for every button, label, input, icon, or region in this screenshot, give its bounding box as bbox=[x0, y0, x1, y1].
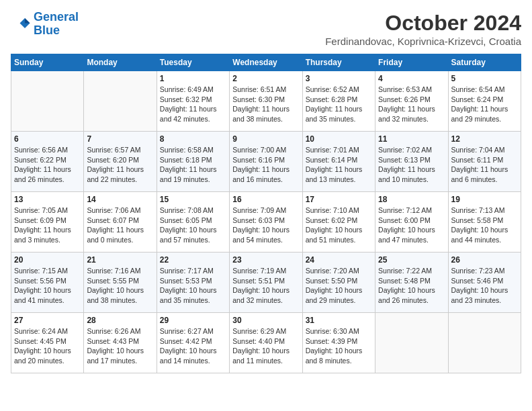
calendar-cell: 2Sunrise: 6:51 AM Sunset: 6:30 PM Daylig… bbox=[230, 71, 302, 132]
calendar-week-2: 6Sunrise: 6:56 AM Sunset: 6:22 PM Daylig… bbox=[11, 132, 521, 192]
calendar-cell: 9Sunrise: 7:00 AM Sunset: 6:16 PM Daylig… bbox=[230, 132, 302, 192]
day-info: Sunrise: 6:54 AM Sunset: 6:24 PM Dayligh… bbox=[451, 85, 518, 124]
day-number: 20 bbox=[14, 255, 81, 265]
calendar-cell: 12Sunrise: 7:04 AM Sunset: 6:11 PM Dayli… bbox=[448, 132, 521, 192]
day-number: 12 bbox=[451, 134, 518, 144]
day-info: Sunrise: 6:57 AM Sunset: 6:20 PM Dayligh… bbox=[87, 145, 153, 185]
day-info: Sunrise: 6:49 AM Sunset: 6:32 PM Dayligh… bbox=[160, 85, 226, 124]
calendar-cell: 19Sunrise: 7:13 AM Sunset: 5:58 PM Dayli… bbox=[448, 192, 521, 253]
calendar-cell: 14Sunrise: 7:06 AM Sunset: 6:07 PM Dayli… bbox=[84, 192, 157, 253]
day-number: 3 bbox=[306, 74, 372, 83]
day-number: 21 bbox=[87, 255, 153, 265]
weekday-header-row: SundayMondayTuesdayWednesdayThursdayFrid… bbox=[11, 54, 521, 71]
calendar-cell: 6Sunrise: 6:56 AM Sunset: 6:22 PM Daylig… bbox=[11, 132, 84, 192]
calendar-cell: 13Sunrise: 7:05 AM Sunset: 6:09 PM Dayli… bbox=[11, 192, 84, 253]
day-info: Sunrise: 6:24 AM Sunset: 4:45 PM Dayligh… bbox=[14, 326, 81, 366]
day-number: 26 bbox=[451, 255, 518, 265]
weekday-header-wednesday: Wednesday bbox=[230, 54, 302, 71]
day-info: Sunrise: 7:13 AM Sunset: 5:58 PM Dayligh… bbox=[451, 205, 518, 245]
calendar-cell: 5Sunrise: 6:54 AM Sunset: 6:24 PM Daylig… bbox=[448, 71, 521, 132]
day-info: Sunrise: 7:22 AM Sunset: 5:48 PM Dayligh… bbox=[378, 266, 445, 306]
day-number: 27 bbox=[14, 316, 81, 325]
day-info: Sunrise: 6:52 AM Sunset: 6:28 PM Dayligh… bbox=[306, 85, 372, 124]
day-info: Sunrise: 7:16 AM Sunset: 5:55 PM Dayligh… bbox=[87, 266, 153, 306]
calendar-cell: 24Sunrise: 7:20 AM Sunset: 5:50 PM Dayli… bbox=[302, 253, 375, 313]
location: Ferdinandovac, Koprivnica-Krizevci, Croa… bbox=[325, 36, 521, 47]
calendar-cell bbox=[375, 313, 448, 373]
day-info: Sunrise: 6:51 AM Sunset: 6:30 PM Dayligh… bbox=[232, 85, 299, 124]
day-info: Sunrise: 7:20 AM Sunset: 5:50 PM Dayligh… bbox=[306, 266, 372, 306]
calendar-cell: 10Sunrise: 7:01 AM Sunset: 6:14 PM Dayli… bbox=[302, 132, 375, 192]
calendar-cell: 26Sunrise: 7:23 AM Sunset: 5:46 PM Dayli… bbox=[448, 253, 521, 313]
day-number: 11 bbox=[378, 134, 445, 144]
calendar-week-4: 20Sunrise: 7:15 AM Sunset: 5:56 PM Dayli… bbox=[11, 253, 521, 313]
calendar-cell: 27Sunrise: 6:24 AM Sunset: 4:45 PM Dayli… bbox=[11, 313, 84, 373]
day-number: 18 bbox=[378, 195, 445, 204]
calendar-cell: 31Sunrise: 6:30 AM Sunset: 4:39 PM Dayli… bbox=[302, 313, 375, 373]
weekday-header-monday: Monday bbox=[84, 54, 157, 71]
day-number: 9 bbox=[232, 134, 299, 144]
day-info: Sunrise: 6:30 AM Sunset: 4:39 PM Dayligh… bbox=[306, 326, 372, 366]
day-number: 28 bbox=[87, 316, 153, 325]
calendar-cell: 4Sunrise: 6:53 AM Sunset: 6:26 PM Daylig… bbox=[375, 71, 448, 132]
calendar-cell: 22Sunrise: 7:17 AM Sunset: 5:53 PM Dayli… bbox=[157, 253, 229, 313]
calendar-cell: 15Sunrise: 7:08 AM Sunset: 6:05 PM Dayli… bbox=[157, 192, 229, 253]
day-number: 8 bbox=[160, 134, 226, 144]
calendar-cell bbox=[448, 313, 521, 373]
day-number: 14 bbox=[87, 195, 153, 204]
day-info: Sunrise: 6:56 AM Sunset: 6:22 PM Dayligh… bbox=[14, 145, 81, 185]
logo-text: General Blue bbox=[34, 11, 79, 38]
calendar-body: 1Sunrise: 6:49 AM Sunset: 6:32 PM Daylig… bbox=[11, 71, 521, 373]
calendar-cell bbox=[11, 71, 84, 132]
day-number: 4 bbox=[378, 74, 445, 83]
day-number: 25 bbox=[378, 255, 445, 265]
calendar-cell: 18Sunrise: 7:12 AM Sunset: 6:00 PM Dayli… bbox=[375, 192, 448, 253]
weekday-header-friday: Friday bbox=[375, 54, 448, 71]
calendar-cell: 30Sunrise: 6:29 AM Sunset: 4:40 PM Dayli… bbox=[230, 313, 302, 373]
title-block: October 2024 Ferdinandovac, Koprivnica-K… bbox=[325, 11, 521, 47]
day-number: 7 bbox=[87, 134, 153, 144]
day-info: Sunrise: 7:12 AM Sunset: 6:00 PM Dayligh… bbox=[378, 205, 445, 245]
day-info: Sunrise: 7:00 AM Sunset: 6:16 PM Dayligh… bbox=[232, 145, 299, 185]
day-number: 29 bbox=[160, 316, 226, 325]
weekday-header-sunday: Sunday bbox=[11, 54, 84, 71]
calendar-cell: 11Sunrise: 7:02 AM Sunset: 6:13 PM Dayli… bbox=[375, 132, 448, 192]
calendar-cell: 21Sunrise: 7:16 AM Sunset: 5:55 PM Dayli… bbox=[84, 253, 157, 313]
calendar-cell: 20Sunrise: 7:15 AM Sunset: 5:56 PM Dayli… bbox=[11, 253, 84, 313]
day-number: 16 bbox=[232, 195, 299, 204]
calendar-cell: 29Sunrise: 6:27 AM Sunset: 4:42 PM Dayli… bbox=[157, 313, 229, 373]
day-info: Sunrise: 7:10 AM Sunset: 6:02 PM Dayligh… bbox=[306, 205, 372, 245]
day-info: Sunrise: 7:01 AM Sunset: 6:14 PM Dayligh… bbox=[306, 145, 372, 185]
calendar-cell: 17Sunrise: 7:10 AM Sunset: 6:02 PM Dayli… bbox=[302, 192, 375, 253]
day-number: 1 bbox=[160, 74, 226, 83]
page-header: General Blue October 2024 Ferdinandovac,… bbox=[11, 11, 521, 47]
calendar-table: SundayMondayTuesdayWednesdayThursdayFrid… bbox=[11, 54, 521, 373]
calendar-cell: 23Sunrise: 7:19 AM Sunset: 5:51 PM Dayli… bbox=[230, 253, 302, 313]
day-info: Sunrise: 7:06 AM Sunset: 6:07 PM Dayligh… bbox=[87, 205, 153, 245]
calendar-week-3: 13Sunrise: 7:05 AM Sunset: 6:09 PM Dayli… bbox=[11, 192, 521, 253]
svg-marker-2 bbox=[25, 18, 30, 24]
day-number: 5 bbox=[451, 74, 518, 83]
day-number: 17 bbox=[306, 195, 372, 204]
day-info: Sunrise: 6:26 AM Sunset: 4:43 PM Dayligh… bbox=[87, 326, 153, 366]
day-number: 2 bbox=[232, 74, 299, 83]
calendar-cell: 1Sunrise: 6:49 AM Sunset: 6:32 PM Daylig… bbox=[157, 71, 229, 132]
day-info: Sunrise: 6:27 AM Sunset: 4:42 PM Dayligh… bbox=[160, 326, 226, 366]
calendar-cell: 25Sunrise: 7:22 AM Sunset: 5:48 PM Dayli… bbox=[375, 253, 448, 313]
month-title: October 2024 bbox=[325, 11, 521, 36]
day-info: Sunrise: 7:08 AM Sunset: 6:05 PM Dayligh… bbox=[160, 205, 226, 245]
day-number: 19 bbox=[451, 195, 518, 204]
day-info: Sunrise: 7:23 AM Sunset: 5:46 PM Dayligh… bbox=[451, 266, 518, 306]
weekday-header-tuesday: Tuesday bbox=[157, 54, 229, 71]
day-number: 6 bbox=[14, 134, 81, 144]
weekday-header-saturday: Saturday bbox=[448, 54, 521, 71]
calendar-cell: 16Sunrise: 7:09 AM Sunset: 6:03 PM Dayli… bbox=[230, 192, 302, 253]
calendar-week-1: 1Sunrise: 6:49 AM Sunset: 6:32 PM Daylig… bbox=[11, 71, 521, 132]
day-info: Sunrise: 6:53 AM Sunset: 6:26 PM Dayligh… bbox=[378, 85, 445, 124]
day-number: 15 bbox=[160, 195, 226, 204]
day-info: Sunrise: 7:15 AM Sunset: 5:56 PM Dayligh… bbox=[14, 266, 81, 306]
calendar-header: SundayMondayTuesdayWednesdayThursdayFrid… bbox=[11, 54, 521, 71]
calendar-cell: 28Sunrise: 6:26 AM Sunset: 4:43 PM Dayli… bbox=[84, 313, 157, 373]
day-number: 13 bbox=[14, 195, 81, 204]
logo: General Blue bbox=[11, 11, 79, 38]
